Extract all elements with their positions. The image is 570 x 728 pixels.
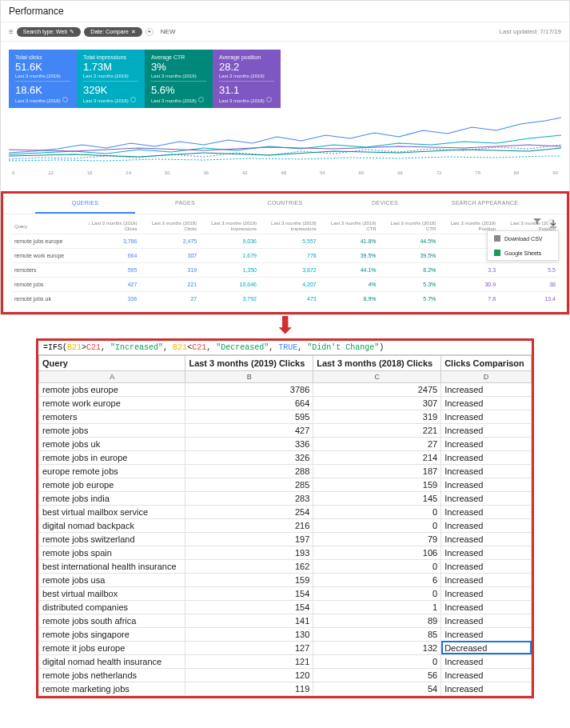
table-row[interactable]: remote jobs europe3,7862,4759,0365,55741… xyxy=(11,234,559,249)
sheet-row[interactable]: remote marketing jobs11954Increased xyxy=(39,682,532,695)
sheet-cell[interactable]: remote job europe xyxy=(39,478,185,491)
download-icon[interactable] xyxy=(548,218,556,226)
sheet-cell[interactable]: 216 xyxy=(185,518,313,532)
sheet-cell[interactable]: remote jobs in europe xyxy=(39,450,185,464)
sheet-cell[interactable]: best international health insurance xyxy=(39,559,185,573)
sheet-cell[interactable]: Increased xyxy=(441,478,532,491)
sheet-cell[interactable]: 145 xyxy=(313,491,441,505)
cell-query[interactable]: remote jobs xyxy=(11,278,76,292)
sheet-cell[interactable]: 120 xyxy=(185,668,313,682)
sheet-cell[interactable]: 197 xyxy=(185,532,313,546)
sheet-row[interactable]: remote it jobs europe127132Decreased xyxy=(39,641,532,654)
sheet-row[interactable]: remote jobs netherlands12056Increased xyxy=(39,668,532,682)
sheet-row[interactable]: best virtual mailbox1540Increased xyxy=(39,586,532,600)
sheet-cell[interactable]: digital nomad health insurance xyxy=(39,654,185,668)
card-impressions[interactable]: Total impressions 1.73M Last 3 months (2… xyxy=(77,50,145,108)
close-icon[interactable]: ✕ xyxy=(131,29,136,35)
sheet-cell[interactable]: Increased xyxy=(441,546,532,559)
sheet-cell[interactable]: Increased xyxy=(441,532,532,546)
col-header-c[interactable]: C xyxy=(313,370,441,382)
sheet-cell[interactable]: 1 xyxy=(313,600,441,614)
filter-icon[interactable] xyxy=(533,218,541,227)
sheet-cell[interactable]: Increased xyxy=(441,654,532,668)
sheet-cell[interactable]: remote jobs xyxy=(39,423,185,437)
sheet-cell[interactable]: Increased xyxy=(441,491,532,505)
col-query[interactable]: Query xyxy=(11,218,76,234)
info-icon[interactable] xyxy=(198,97,204,102)
chip-date[interactable]: Date: Compare✕ xyxy=(84,27,142,37)
sheet-cell[interactable]: Increased xyxy=(441,464,532,478)
new-button[interactable]: NEW xyxy=(157,26,180,37)
sheet-cell[interactable]: 119 xyxy=(185,682,313,695)
col-ctr-2019[interactable]: Last 3 months (2019)CTR xyxy=(320,218,380,234)
sheet-cell[interactable]: 319 xyxy=(313,410,441,423)
table-row[interactable]: remoters5953191,3503,87244.1%8.2%3.35.5 xyxy=(11,263,559,278)
sheet-row[interactable]: distributed companies1541Increased xyxy=(39,600,532,614)
sheet-cell[interactable]: Increased xyxy=(441,423,532,437)
add-filter-icon[interactable]: + xyxy=(145,28,153,36)
sheet-cell[interactable]: 154 xyxy=(185,600,313,614)
tab-pages[interactable]: PAGES xyxy=(135,194,235,214)
sheet-cell[interactable]: 427 xyxy=(185,423,313,437)
sheet-cell[interactable]: remote jobs south africa xyxy=(39,614,185,627)
sheet-cell[interactable]: Increased xyxy=(441,518,532,532)
sheet-cell[interactable]: 0 xyxy=(313,505,441,518)
trend-chart[interactable]: 61218243036424854606672788490 xyxy=(9,113,561,185)
sheet-row[interactable]: remote jobs europe37862475Increased xyxy=(39,382,532,396)
sheet-cell[interactable]: Increased xyxy=(441,382,532,396)
sheet-row[interactable]: remote jobs singapore13085Increased xyxy=(39,627,532,641)
sheet-cell[interactable]: Increased xyxy=(441,410,532,423)
col-clicks-2018[interactable]: Last 3 months (2018)Clicks xyxy=(140,218,200,234)
sheet-row[interactable]: europe remote jobs288187Increased xyxy=(39,464,532,478)
sheet-cell[interactable]: remote jobs india xyxy=(39,491,185,505)
sheet-row[interactable]: remoters595319Increased xyxy=(39,410,532,423)
sheet-cell[interactable]: 27 xyxy=(313,437,441,450)
menu-icon[interactable]: ≡ xyxy=(9,27,14,36)
header-query[interactable]: Query xyxy=(39,355,185,370)
tab-countries[interactable]: COUNTRIES xyxy=(235,194,335,214)
sheet-cell[interactable]: 159 xyxy=(313,478,441,491)
sheet-cell[interactable]: 214 xyxy=(313,450,441,464)
sheet-cell[interactable]: best virtual mailbox service xyxy=(39,505,185,518)
col-header-d[interactable]: D xyxy=(441,370,532,382)
sheet-cell[interactable]: Increased xyxy=(441,586,532,600)
sheet-row[interactable]: remote jobs india283145Increased xyxy=(39,491,532,505)
col-impr-2019[interactable]: Last 3 months (2019)Impressions xyxy=(200,218,260,234)
sheet-cell[interactable]: remote jobs usa xyxy=(39,573,185,586)
sheet-cell[interactable]: Increased xyxy=(441,627,532,641)
cell-query[interactable]: remote jobs uk xyxy=(11,292,76,306)
sheet-cell[interactable]: distributed companies xyxy=(39,600,185,614)
col-header-b[interactable]: B xyxy=(185,370,313,382)
export-sheets[interactable]: Google Sheets xyxy=(488,246,558,260)
cell-query[interactable]: remoters xyxy=(11,263,76,278)
sheet-cell[interactable]: 664 xyxy=(185,396,313,410)
sheet-cell[interactable]: 89 xyxy=(313,614,441,627)
sheet-cell[interactable]: 285 xyxy=(185,478,313,491)
sheet-row[interactable]: remote jobs switzerland19779Increased xyxy=(39,532,532,546)
chip-search-type[interactable]: Search type: Web✎ xyxy=(17,27,82,37)
sheet-cell[interactable]: 595 xyxy=(185,410,313,423)
sheet-cell[interactable]: 326 xyxy=(185,450,313,464)
sheet-cell[interactable]: 85 xyxy=(313,627,441,641)
sheet-cell[interactable]: 106 xyxy=(313,546,441,559)
sheet-cell[interactable]: 141 xyxy=(185,614,313,627)
col-impr-2018[interactable]: Last 3 months (2018)Impressions xyxy=(260,218,320,234)
sheet-row[interactable]: remote jobs spain193106Increased xyxy=(39,546,532,559)
table-row[interactable]: remote work europe6643071,67977839.5%39.… xyxy=(11,249,559,263)
sheet-row[interactable]: remote jobs uk33627Increased xyxy=(39,437,532,450)
sheet-cell[interactable]: 56 xyxy=(313,668,441,682)
col-ctr-2018[interactable]: Last 3 months (2018)CTR xyxy=(380,218,440,234)
sheet-cell[interactable]: remote jobs switzerland xyxy=(39,532,185,546)
sheet-cell[interactable]: 307 xyxy=(313,396,441,410)
sheet-cell[interactable]: remote work europe xyxy=(39,396,185,410)
sheet-cell[interactable]: 132 xyxy=(313,641,441,654)
header-comparison[interactable]: Clicks Comparison xyxy=(441,355,532,370)
sheet-cell[interactable]: 6 xyxy=(313,573,441,586)
sheet-cell[interactable]: 283 xyxy=(185,491,313,505)
sheet-cell[interactable]: Increased xyxy=(441,614,532,627)
sheet-cell[interactable]: 121 xyxy=(185,654,313,668)
sheet-row[interactable]: digital nomad health insurance1210Increa… xyxy=(39,654,532,668)
sheet-cell[interactable]: Increased xyxy=(441,682,532,695)
sheet-cell[interactable]: remoters xyxy=(39,410,185,423)
sheet-cell[interactable]: Increased xyxy=(441,396,532,410)
